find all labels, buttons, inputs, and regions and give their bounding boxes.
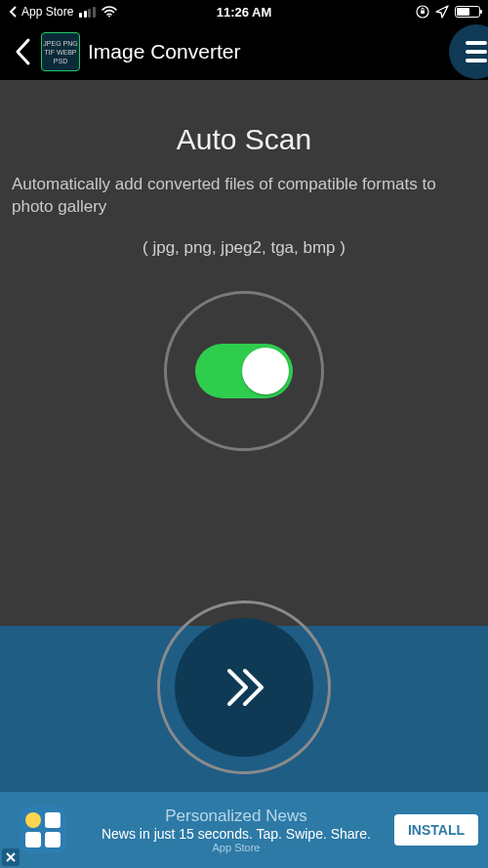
page-title: Image Converter xyxy=(88,40,240,63)
app-nav-bar: JPEG PNG TIF WEBP PSD Image Converter xyxy=(0,23,488,80)
description: Automatically add converted files of com… xyxy=(10,174,478,219)
ad-app-icon xyxy=(20,806,66,853)
formats-list: ( jpg, png, jpeg2, tga, bmp ) xyxy=(0,238,488,258)
app-icon: JPEG PNG TIF WEBP PSD xyxy=(41,32,80,71)
ios-status-bar: App Store 11:26 AM xyxy=(0,0,488,23)
ad-banner[interactable]: Personalized News News in just 15 second… xyxy=(0,792,488,868)
next-ring xyxy=(157,600,331,774)
ad-close-button[interactable] xyxy=(2,848,20,866)
ad-title: Personalized News xyxy=(78,806,394,826)
svg-point-0 xyxy=(108,16,110,18)
status-back-label: App Store xyxy=(21,5,73,19)
ad-install-button[interactable]: INSTALL xyxy=(394,814,478,846)
heading: Auto Scan xyxy=(0,123,488,156)
auto-scan-toggle[interactable] xyxy=(195,344,293,398)
orientation-lock-icon xyxy=(416,5,429,19)
chevron-left-icon xyxy=(13,37,34,66)
signal-icon xyxy=(79,7,96,18)
status-back-to-app[interactable]: App Store xyxy=(8,5,73,19)
menu-button[interactable] xyxy=(449,24,488,79)
battery-icon xyxy=(455,6,480,18)
location-icon xyxy=(435,5,449,19)
bottom-band xyxy=(0,626,488,792)
toggle-knob xyxy=(242,348,289,394)
chevron-left-icon xyxy=(8,6,20,18)
hamburger-icon xyxy=(466,41,487,45)
ad-text: Personalized News News in just 15 second… xyxy=(78,806,394,853)
toggle-ring xyxy=(164,291,324,451)
ad-subtitle: News in just 15 seconds. Tap. Swipe. Sha… xyxy=(78,826,394,842)
double-chevron-right-icon xyxy=(210,653,278,722)
wifi-icon xyxy=(102,6,117,18)
close-icon xyxy=(6,852,16,862)
back-button[interactable] xyxy=(6,30,41,73)
main-content: Auto Scan Automatically add converted fi… xyxy=(0,80,488,868)
ad-store-label: App Store xyxy=(78,842,394,853)
next-button[interactable] xyxy=(175,618,313,757)
svg-rect-2 xyxy=(421,11,425,15)
